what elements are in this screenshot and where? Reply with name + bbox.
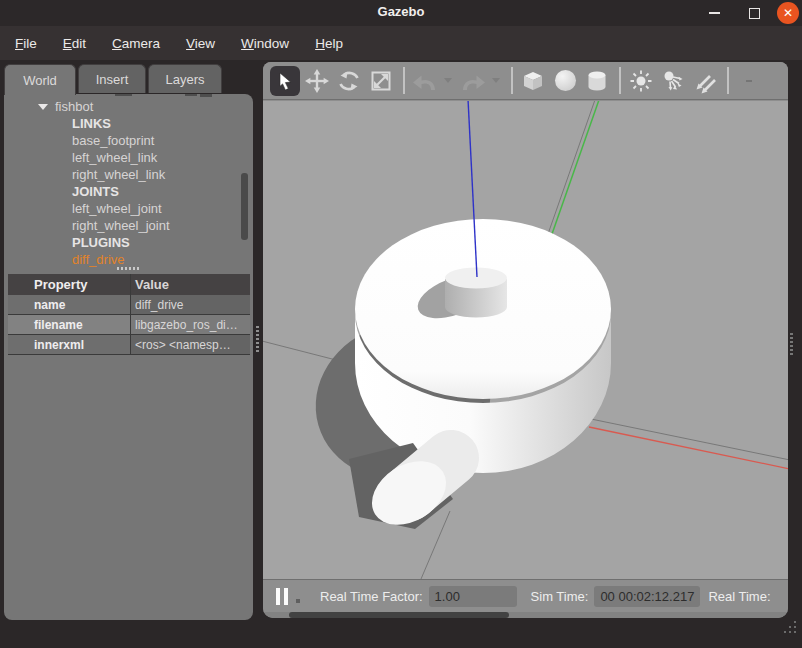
panel-viewport-splitter[interactable] <box>256 326 259 354</box>
toolbar-separator <box>511 67 513 94</box>
table-row[interactable]: name diff_drive <box>8 295 250 315</box>
scale-tool-button[interactable] <box>366 66 396 96</box>
translate-icon <box>305 69 329 93</box>
header-property: Property <box>30 274 131 295</box>
select-arrow-icon <box>275 71 295 91</box>
scene-3d <box>263 101 788 579</box>
step-button[interactable] <box>296 599 300 603</box>
translate-tool-button[interactable] <box>302 66 332 96</box>
prop-innerxml: innerxml <box>30 335 131 355</box>
tree-item-base-footprint[interactable]: base_footprint <box>4 132 253 149</box>
clipped-row-remnant <box>200 94 212 97</box>
table-row[interactable]: innerxml <ros> <namesp… <box>8 335 250 355</box>
tree-item-plugins[interactable]: PLUGINS <box>4 234 253 251</box>
titlebar: Gazebo ✕ <box>0 0 802 26</box>
header-value: Value <box>131 274 251 295</box>
point-light-icon <box>628 68 654 94</box>
toolbar-separator <box>403 67 405 94</box>
prop-filename-value: libgazebo_ros_di… <box>131 315 251 335</box>
expand-triangle-icon[interactable] <box>38 104 48 110</box>
directional-light-button[interactable] <box>690 66 720 96</box>
tree-item-left-wheel-joint[interactable]: left_wheel_joint <box>4 200 253 217</box>
sim-time-label: Sim Time: <box>531 589 589 604</box>
undo-button[interactable] <box>410 66 440 96</box>
pause-button[interactable] <box>276 588 288 605</box>
tree-scrollbar[interactable] <box>241 173 248 240</box>
tree-item-left-wheel-link[interactable]: left_wheel_link <box>4 149 253 166</box>
panel-tabs: World Insert Layers <box>4 64 224 94</box>
rotate-icon <box>337 69 361 93</box>
world-panel-body: fishbot LINKS base_footprint left_wheel_… <box>4 94 253 620</box>
add-cylinder-button[interactable] <box>582 66 612 96</box>
spot-light-button[interactable] <box>658 66 688 96</box>
tab-layers[interactable]: Layers <box>148 64 222 93</box>
pause-icon <box>276 588 280 605</box>
scrollbar-thumb[interactable] <box>289 612 509 618</box>
maximize-icon <box>749 8 760 19</box>
prop-innerxml-value: <ros> <namesp… <box>131 335 251 355</box>
sphere-icon <box>555 70 576 91</box>
cylinder-icon <box>584 68 610 94</box>
menu-help[interactable]: Help <box>302 36 356 51</box>
select-tool-button[interactable] <box>270 66 300 96</box>
point-light-button[interactable] <box>626 66 656 96</box>
window-resize-grip[interactable] <box>784 621 798 635</box>
property-table-header: Property Value <box>8 274 250 295</box>
box-icon <box>520 68 546 94</box>
prop-name-value: diff_drive <box>131 295 251 315</box>
rotate-tool-button[interactable] <box>334 66 364 96</box>
scale-icon <box>369 69 393 93</box>
toolbar-overflow-dash <box>746 80 752 82</box>
rtf-label: Real Time Factor: <box>320 589 423 604</box>
table-row[interactable]: filename libgazebo_ros_di… <box>8 315 250 335</box>
add-box-button[interactable] <box>518 66 548 96</box>
toolbar-separator <box>619 67 621 94</box>
tree-item-diff-drive[interactable]: diff_drive <box>4 251 253 268</box>
close-button[interactable]: ✕ <box>775 0 801 26</box>
clipped-row-remnant <box>115 94 132 96</box>
right-panel-splitter[interactable] <box>790 333 793 357</box>
tree-item-fishbot[interactable]: fishbot <box>4 98 253 115</box>
prop-filename: filename <box>30 315 131 335</box>
undo-dropdown-caret[interactable] <box>444 78 452 83</box>
world-tree: fishbot LINKS base_footprint left_wheel_… <box>4 98 253 268</box>
menu-file[interactable]: File <box>2 36 50 51</box>
viewport-toolbar <box>263 62 788 100</box>
undo-icon <box>411 70 439 92</box>
clipped-row-remnant <box>185 94 197 96</box>
statusbar: Real Time Factor: 1.00 Sim Time: 00 00:0… <box>263 579 788 612</box>
window-title: Gazebo <box>0 4 802 19</box>
tree-item-joints[interactable]: JOINTS <box>4 183 253 200</box>
tree-table-splitter[interactable] <box>117 267 141 270</box>
pause-icon <box>284 588 288 605</box>
render-canvas[interactable] <box>263 101 788 579</box>
add-sphere-button[interactable] <box>550 66 580 96</box>
directional-light-icon <box>692 68 718 94</box>
tab-world[interactable]: World <box>4 64 76 95</box>
toolbar-separator <box>727 67 729 94</box>
tree-item-right-wheel-link[interactable]: right_wheel_link <box>4 166 253 183</box>
menu-window[interactable]: Window <box>228 36 302 51</box>
sim-time-value-box: 00 00:02:12.217 <box>594 586 700 607</box>
gazebo-window: Gazebo ✕ File Edit Camera View Window He… <box>0 0 802 648</box>
tab-insert[interactable]: Insert <box>78 64 146 93</box>
minimize-button[interactable] <box>700 0 728 26</box>
maximize-button[interactable] <box>740 0 768 26</box>
close-icon: ✕ <box>777 2 799 24</box>
menubar: File Edit Camera View Window Help <box>0 26 802 60</box>
left-panel: World Insert Layers fishbot LINKS base_f… <box>4 64 253 620</box>
redo-dropdown-caret[interactable] <box>492 78 500 83</box>
minimize-icon <box>709 12 720 14</box>
rtf-value-box: 1.00 <box>429 586 517 607</box>
viewport: Real Time Factor: 1.00 Sim Time: 00 00:0… <box>263 62 788 618</box>
menu-edit[interactable]: Edit <box>50 36 99 51</box>
property-table: Property Value name diff_drive filename … <box>8 274 250 355</box>
menu-camera[interactable]: Camera <box>99 36 173 51</box>
menu-view[interactable]: View <box>173 36 228 51</box>
tree-item-links[interactable]: LINKS <box>4 115 253 132</box>
redo-icon <box>459 70 487 92</box>
spot-light-icon <box>660 68 686 94</box>
tree-item-right-wheel-joint[interactable]: right_wheel_joint <box>4 217 253 234</box>
horizontal-scrollbar[interactable] <box>263 612 788 618</box>
redo-button[interactable] <box>458 66 488 96</box>
